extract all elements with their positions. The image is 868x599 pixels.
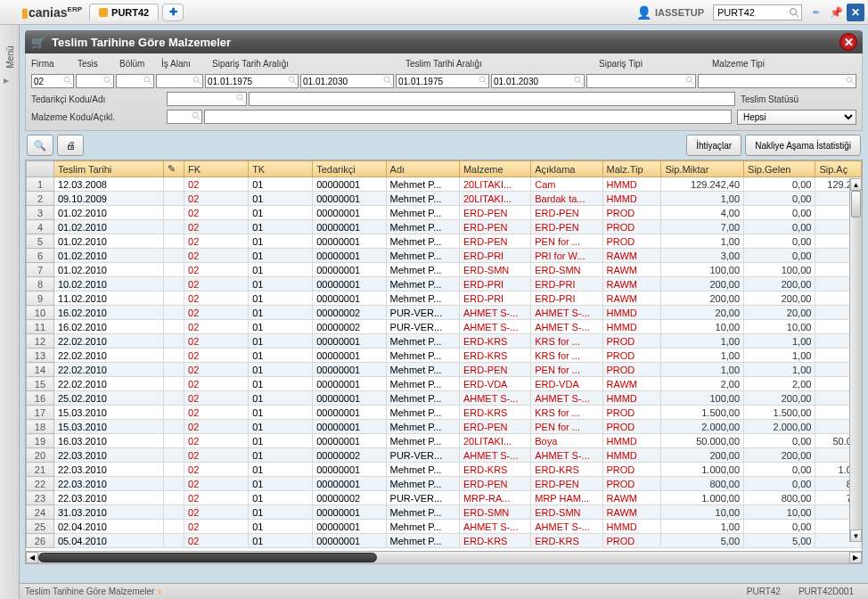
cell-edit[interactable] (164, 463, 184, 477)
cell-tip[interactable]: RAWM (602, 277, 661, 291)
cell-adi[interactable]: Mehmet P... (386, 377, 459, 391)
table-row[interactable]: 1422.02.2010020100000001Mehmet P...ERD-P… (27, 363, 862, 377)
cell-miktar[interactable]: 200,00 (661, 277, 744, 291)
cell-tedarikci[interactable]: 00000001 (313, 391, 386, 406)
cell-tk[interactable]: 01 (249, 349, 313, 363)
cell-malzeme[interactable]: AHMET S-... (459, 306, 530, 320)
cell-tedarikci[interactable]: 00000001 (313, 206, 386, 220)
cell-teslim-tarihi[interactable]: 01.02.2010 (53, 206, 164, 220)
horizontal-scrollbar[interactable]: ◀ ▶ (26, 551, 862, 563)
cell-tedarikci[interactable]: 00000001 (313, 406, 386, 420)
col-tk[interactable]: TK (249, 161, 313, 177)
cell-gelen[interactable]: 0,00 (744, 520, 815, 534)
cell-malzeme[interactable]: 20LITAKI... (459, 177, 530, 192)
cell-gelen[interactable]: 0,00 (744, 177, 815, 192)
cell-aciklama[interactable]: KRS for ... (531, 406, 602, 420)
cell-malzeme[interactable]: AHMET S-... (459, 320, 530, 334)
nakliye-button[interactable]: Nakliye Aşama İstatistiği (745, 135, 861, 156)
cell-miktar[interactable]: 1,00 (661, 520, 744, 534)
cell-gelen[interactable]: 10,00 (744, 505, 815, 520)
cell-teslim-tarihi[interactable]: 22.02.2010 (53, 349, 164, 363)
sidebar-collapsed[interactable]: Menü ▸ (0, 25, 20, 599)
global-search-input[interactable]: PURT42 (713, 4, 802, 21)
cell-tedarikci[interactable]: 00000002 (313, 448, 386, 463)
col-aciklama[interactable]: Açıklama (531, 161, 602, 177)
cell-teslim-tarihi[interactable]: 16.02.2010 (53, 320, 164, 334)
cell-edit[interactable] (164, 377, 184, 391)
cell-adi[interactable]: Mehmet P... (386, 520, 459, 534)
cell-tip[interactable]: RAWM (602, 505, 661, 520)
table-row[interactable]: 1916.03.2010020100000001Mehmet P...20LIT… (27, 434, 862, 448)
cell-miktar[interactable]: 1.000,00 (661, 491, 744, 505)
cell-tip[interactable]: RAWM (602, 491, 661, 505)
cell-tip[interactable]: HMMD (602, 391, 661, 406)
cell-edit[interactable] (164, 306, 184, 320)
cell-edit[interactable] (164, 192, 184, 206)
cell-adi[interactable]: Mehmet P... (386, 220, 459, 234)
cell-teslim-tarihi[interactable]: 15.03.2010 (53, 420, 164, 434)
cell-tip[interactable]: PROD (602, 420, 661, 434)
table-row[interactable]: 1116.02.2010020100000002PUR-VER...AHMET … (27, 320, 862, 334)
cell-malzeme[interactable]: ERD-PEN (459, 363, 530, 377)
cell-tedarikci[interactable]: 00000001 (313, 334, 386, 349)
cell-edit[interactable] (164, 434, 184, 448)
table-row[interactable]: 911.02.2010020100000001Mehmet P...ERD-PR… (27, 291, 862, 306)
cell-teslim-tarihi[interactable]: 01.02.2010 (53, 220, 164, 234)
cell-aciklama[interactable]: ERD-PRI (531, 277, 602, 291)
cell-aciklama[interactable]: ERD-KRS (531, 534, 602, 548)
table-row[interactable]: 701.02.2010020100000001Mehmet P...ERD-SM… (27, 263, 862, 277)
cell-miktar[interactable]: 10,00 (661, 505, 744, 520)
cell-miktar[interactable]: 1,00 (661, 349, 744, 363)
lookup-icon[interactable] (143, 75, 153, 86)
scroll-left-icon[interactable]: ◀ (26, 552, 38, 563)
cell-tk[interactable]: 01 (249, 249, 313, 263)
cell-gelen[interactable]: 200,00 (744, 391, 815, 406)
cell-tedarikci[interactable]: 00000001 (313, 505, 386, 520)
cell-edit[interactable] (164, 206, 184, 220)
cell-fk[interactable]: 02 (184, 448, 249, 463)
cell-edit[interactable] (164, 220, 184, 234)
cell-aciklama[interactable]: ERD-VDA (531, 377, 602, 391)
cell-fk[interactable]: 02 (184, 491, 249, 505)
cell-adi[interactable]: Mehmet P... (386, 334, 459, 349)
cell-teslim-tarihi[interactable]: 22.03.2010 (53, 477, 164, 491)
cell-tk[interactable]: 01 (249, 534, 313, 548)
cell-aciklama[interactable]: ERD-SMN (531, 505, 602, 520)
cell-adi[interactable]: Mehmet P... (386, 406, 459, 420)
cell-teslim-tarihi[interactable]: 01.02.2010 (53, 249, 164, 263)
lookup-icon[interactable] (102, 75, 113, 86)
cell-tedarikci[interactable]: 00000001 (313, 420, 386, 434)
cell-teslim-tarihi[interactable]: 22.03.2010 (53, 491, 164, 505)
table-row[interactable]: 810.02.2010020100000001Mehmet P...ERD-PR… (27, 277, 862, 291)
cell-fk[interactable]: 02 (184, 434, 249, 448)
col-rownum[interactable] (27, 161, 54, 177)
input-siparis-date-to[interactable] (300, 74, 394, 88)
cell-fk[interactable]: 02 (184, 349, 249, 363)
cell-adi[interactable]: PUR-VER... (386, 448, 459, 463)
cell-tk[interactable]: 01 (249, 491, 313, 505)
cell-malzeme[interactable]: AHMET S-... (459, 448, 530, 463)
cell-adi[interactable]: Mehmet P... (386, 463, 459, 477)
cell-teslim-tarihi[interactable]: 22.02.2010 (53, 334, 164, 349)
cell-aciklama[interactable]: Cam (531, 177, 602, 192)
cell-tedarikci[interactable]: 00000001 (313, 277, 386, 291)
cell-miktar[interactable]: 3,00 (661, 249, 744, 263)
cell-edit[interactable] (164, 491, 184, 505)
scroll-up-icon[interactable]: ▲ (850, 178, 862, 191)
cell-malzeme[interactable]: ERD-PRI (459, 291, 530, 306)
vertical-scrollbar[interactable]: ▲ ▼ (849, 178, 862, 542)
cell-aciklama[interactable]: ERD-PRI (531, 291, 602, 306)
cell-teslim-tarihi[interactable]: 31.03.2010 (53, 505, 164, 520)
cell-gelen[interactable]: 5,00 (744, 534, 815, 548)
cell-tip[interactable]: HMMD (602, 306, 661, 320)
cell-edit[interactable] (164, 349, 184, 363)
cell-teslim-tarihi[interactable]: 01.02.2010 (53, 263, 164, 277)
cell-malzeme[interactable]: ERD-KRS (459, 334, 530, 349)
cell-malzeme[interactable]: ERD-KRS (459, 534, 530, 548)
table-row[interactable]: 1222.02.2010020100000001Mehmet P...ERD-K… (27, 334, 862, 349)
lookup-icon[interactable] (382, 75, 393, 86)
cell-tk[interactable]: 01 (249, 463, 313, 477)
cell-tip[interactable]: RAWM (602, 377, 661, 391)
cell-adi[interactable]: Mehmet P... (386, 234, 459, 249)
cell-fk[interactable]: 02 (184, 277, 249, 291)
